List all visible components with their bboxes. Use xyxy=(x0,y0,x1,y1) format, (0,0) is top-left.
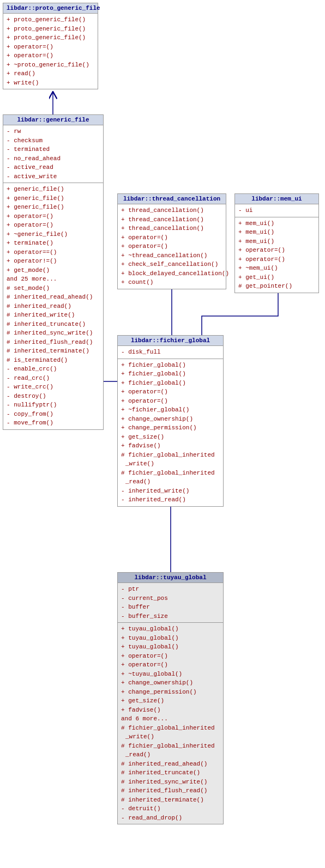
generic-file-fields: - rw - checksum - terminated - no_read_a… xyxy=(3,125,103,183)
generic-file-methods: + generic_file() + generic_file() + gene… xyxy=(3,183,103,429)
mem-ui-fields: - ui xyxy=(235,204,318,217)
fichier-global-methods: + fichier_global() + fichier_global() + … xyxy=(118,359,223,506)
proto-generic-file-title: libdar::proto_generic_file xyxy=(3,3,98,14)
thread-cancellation-title: libdar::thread_cancellation xyxy=(118,194,226,204)
tuyau-global-methods: + tuyau_global() + tuyau_global() + tuya… xyxy=(118,623,223,824)
thread-cancellation-methods: + thread_cancellation() + thread_cancell… xyxy=(118,204,226,289)
proto-generic-file-methods: + proto_generic_file() + proto_generic_f… xyxy=(3,14,98,89)
fichier-global-title: libdar::fichier_global xyxy=(118,336,223,346)
mem-ui-box: libdar::mem_ui - ui + mem_ui() + mem_ui(… xyxy=(234,193,319,293)
generic-file-title: libdar::generic_file xyxy=(3,115,103,125)
proto-generic-file-box: libdar::proto_generic_file + proto_gener… xyxy=(3,3,98,89)
tuyau-global-fields: - ptr - current_pos - buffer - buffer_si… xyxy=(118,583,223,623)
fichier-global-box: libdar::fichier_global - disk_full + fic… xyxy=(117,335,224,507)
tuyau-global-box: libdar::tuyau_global - ptr - current_pos… xyxy=(117,572,224,824)
thread-cancellation-box: libdar::thread_cancellation + thread_can… xyxy=(117,193,226,289)
fichier-global-fields: - disk_full xyxy=(118,346,223,359)
tuyau-global-title: libdar::tuyau_global xyxy=(118,573,223,583)
mem-ui-methods: + mem_ui() + mem_ui() + mem_ui() + opera… xyxy=(235,217,318,293)
generic-file-box: libdar::generic_file - rw - checksum - t… xyxy=(3,114,104,430)
mem-ui-title: libdar::mem_ui xyxy=(235,194,318,204)
